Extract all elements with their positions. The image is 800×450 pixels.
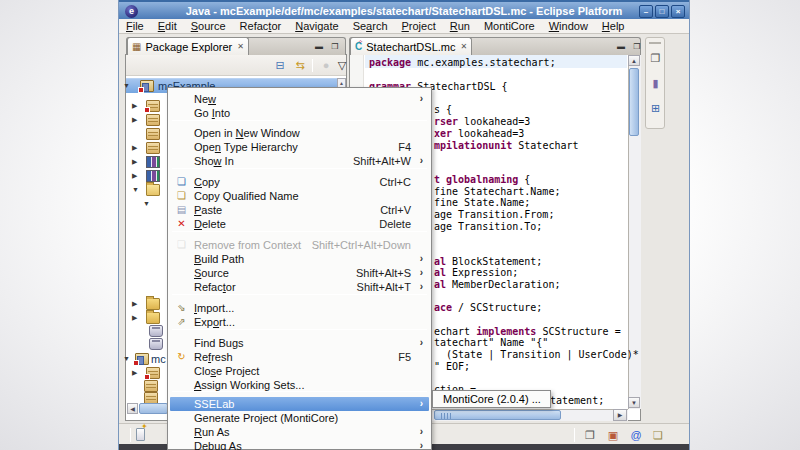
menu-item-label: Open Type Hierarchy <box>194 140 298 154</box>
view-menu-icon[interactable]: ▽ <box>334 58 350 73</box>
expander-closed-icon[interactable]: ▶ <box>132 369 137 377</box>
outline-view-icon[interactable]: ⊞ <box>649 102 662 115</box>
editor-scroll-right-button[interactable]: ▶ <box>613 409 627 421</box>
menubar-item-refactor[interactable]: Refactor <box>233 19 289 34</box>
expander-open-icon[interactable]: ▼ <box>143 200 150 208</box>
maximize-button[interactable]: □ <box>655 5 669 18</box>
expander-closed-icon[interactable]: ▶ <box>132 144 137 152</box>
expander-open-icon[interactable]: ▼ <box>123 355 130 363</box>
submenu-arrow-icon: › <box>420 439 423 450</box>
expander-open-icon[interactable]: ▼ <box>132 186 139 194</box>
menu-item-export[interactable]: ⇗Export... <box>170 315 429 329</box>
menu-item-run-as[interactable]: Run As› <box>170 425 429 439</box>
menu-item-delete[interactable]: ✕DeleteDelete <box>170 217 429 231</box>
menu-item-build-path[interactable]: Build Path› <box>170 252 429 266</box>
menu-item-sselab[interactable]: SSELab› <box>170 397 429 411</box>
menubar-item-help[interactable]: Help <box>595 19 632 34</box>
tab-package-explorer[interactable]: ▦ Package Explorer ✕ <box>127 37 249 55</box>
menubar-item-source[interactable]: Source <box>184 19 233 34</box>
menu-item-monticore-204[interactable]: MontiCore (2.0.4) ... <box>443 393 541 405</box>
code-line: al Expression; <box>434 267 518 279</box>
menubar-item-navigate[interactable]: Navigate <box>288 19 345 34</box>
menu-item-paste[interactable]: ▤PasteCtrl+V <box>170 203 429 217</box>
menu-item-assign-working-sets[interactable]: Assign Working Sets... <box>170 378 429 392</box>
menu-item-generate-project-monticore[interactable]: Generate Project (MontiCore) <box>170 411 429 425</box>
menu-item-label: Debug As <box>194 439 242 450</box>
editor-hscroll-thumb[interactable] <box>434 410 561 420</box>
problems-icon[interactable]: ▣ <box>605 427 621 443</box>
menu-separator <box>172 231 427 232</box>
jar-icon <box>149 338 163 350</box>
tree-hscroll-thumb[interactable] <box>139 403 168 414</box>
close-button[interactable]: × <box>671 5 685 18</box>
close-icon[interactable]: ✕ <box>237 42 244 52</box>
menu-item-label: Run As <box>194 425 229 439</box>
menu-item-copy-qualified-name[interactable]: ❏Copy Qualified Name <box>170 189 429 203</box>
minimize-button[interactable]: – <box>639 5 653 18</box>
menu-item-refactor[interactable]: RefactorShift+Alt+T› <box>170 280 429 294</box>
toolbar-separator <box>312 59 313 72</box>
editor-scroll-down-button[interactable]: ▼ <box>628 397 640 408</box>
menubar-item-run[interactable]: Run <box>443 19 477 34</box>
focus-icon-disabled[interactable]: ● <box>318 58 334 73</box>
menubar-item-search[interactable]: Search <box>346 19 395 34</box>
minimized-view-icon[interactable]: ▮ <box>649 77 662 90</box>
menu-item-show-in[interactable]: Show InShift+Alt+W› <box>170 154 429 168</box>
menu-item-go-into[interactable]: Go Into <box>170 106 429 120</box>
tree-item-mc[interactable]: mc <box>151 353 166 365</box>
expander-closed-icon[interactable]: ▶ <box>132 300 137 308</box>
menu-item-refresh[interactable]: ↻RefreshF5 <box>170 350 429 364</box>
web-icon[interactable]: @ <box>628 427 644 443</box>
submenu-arrow-icon: › <box>420 154 423 168</box>
menu-item-new[interactable]: New› <box>170 92 429 106</box>
export-icon: ⇗ <box>174 315 189 329</box>
trim-handle[interactable] <box>649 42 661 44</box>
pkg-icon <box>146 100 160 112</box>
expander-closed-icon[interactable]: ▶ <box>132 172 137 180</box>
tree-scroll-left-button[interactable]: ◀ <box>127 403 138 414</box>
submenu-arrow-icon: › <box>420 397 423 411</box>
package-explorer-minmax-buttons[interactable]: ▬ ❒ <box>315 42 341 51</box>
menu-item-open-type-hierarchy[interactable]: Open Type HierarchyF4 <box>170 140 429 154</box>
menu-item-debug-as[interactable]: Debug As› <box>170 439 429 450</box>
menubar-item-monticore[interactable]: MontiCore <box>477 19 542 34</box>
copy-icon: ❏ <box>174 175 189 189</box>
menu-item-source[interactable]: SourceShift+Alt+S› <box>170 266 429 280</box>
fast-view-icon[interactable]: ❐ <box>582 427 598 443</box>
new-artifact-icon[interactable]: ❏ <box>650 427 666 443</box>
menubar-item-edit[interactable]: Edit <box>151 19 184 34</box>
menu-item-remove-from-context: ❏Remove from ContextShift+Ctrl+Alt+Down <box>170 238 429 252</box>
menu-item-find-bugs[interactable]: Find Bugs› <box>170 336 429 350</box>
error-badge-icon <box>133 360 139 366</box>
menubar-item-window[interactable]: Window <box>542 19 595 34</box>
menu-item-import[interactable]: ⇘Import... <box>170 301 429 315</box>
menubar-item-project[interactable]: Project <box>395 19 443 34</box>
collapse-all-icon[interactable]: ⊟ <box>272 58 288 73</box>
sselab-status-icon[interactable] <box>136 428 145 441</box>
editor-scroll-up-button[interactable]: ▲ <box>628 55 640 66</box>
menu-item-copy[interactable]: ❏CopyCtrl+C <box>170 175 429 189</box>
menu-item-open-in-new-window[interactable]: Open in New Window <box>170 126 429 140</box>
menu-item-label: Export... <box>194 315 235 329</box>
javaproj-icon <box>140 80 154 92</box>
menu-item-close-project[interactable]: Close Project <box>170 364 429 378</box>
restore-view-icon[interactable]: ❐ <box>649 52 662 65</box>
menu-item-label: Import... <box>194 301 234 315</box>
editor-minmax-buttons[interactable]: ▬ ❒ <box>617 42 643 51</box>
title-bar[interactable]: e Java - mcExample/def/mc/examples/state… <box>119 0 689 19</box>
expander-closed-icon[interactable]: ▶ <box>132 158 137 166</box>
code-line: al MemberDeclaration; <box>434 279 560 291</box>
editor-vscroll-thumb[interactable] <box>629 68 639 136</box>
tab-statechartdsl[interactable]: C⁘ StatechartDSL.mc ✕ <box>350 37 472 55</box>
expander-closed-icon[interactable]: ▶ <box>132 116 137 124</box>
link-with-editor-icon[interactable]: ⇆ <box>292 58 308 73</box>
close-icon[interactable]: ✕ <box>461 42 468 52</box>
menu-item-label: Paste <box>194 203 222 217</box>
menu-item-label: Generate Project (MontiCore) <box>194 411 338 425</box>
menubar-item-file[interactable]: File <box>119 19 151 34</box>
expander-open-icon[interactable]: ▼ <box>123 82 130 90</box>
expander-closed-icon[interactable]: ▶ <box>132 314 137 322</box>
expander-closed-icon[interactable]: ▶ <box>132 102 137 110</box>
code-line: package mc.examples.statechart; <box>369 57 556 69</box>
error-badge-icon <box>144 107 150 113</box>
